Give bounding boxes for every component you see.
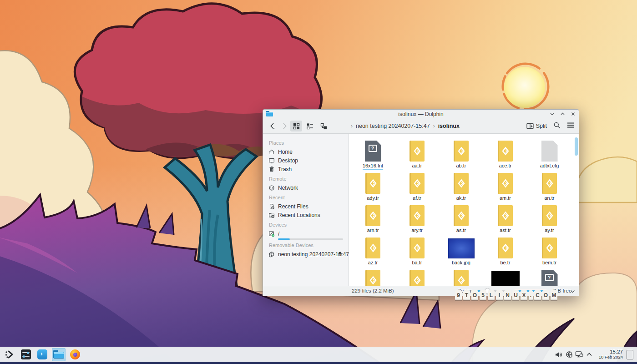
file-item-arn-tr[interactable]: arn.tr: [351, 202, 395, 234]
display-tray-button[interactable]: [574, 349, 584, 360]
file-item-ba-tr[interactable]: ba.tr: [395, 234, 439, 267]
forward-button[interactable]: [279, 121, 289, 131]
config-file-icon: [541, 141, 558, 162]
file-view[interactable]: ?16x16.fntaa.trab.trace.tradtxt.cfgady.t…: [349, 134, 579, 286]
font-file-icon: ?: [365, 141, 381, 162]
eject-icon[interactable]: [337, 251, 343, 258]
breadcrumb: › neon testing 20240207-15:47 › isolinux: [351, 118, 460, 133]
file-item[interactable]: [483, 267, 527, 286]
clock-widget[interactable]: 15:27 10 Feb 2024: [599, 349, 623, 359]
file-item-bem-tr[interactable]: bem.tr: [527, 234, 571, 267]
show-desktop-button[interactable]: [627, 350, 633, 359]
file-item[interactable]: [395, 267, 439, 286]
file-name: back.jpg: [452, 260, 470, 267]
text-file-icon: [410, 141, 425, 162]
file-name: adtxt.cfg: [540, 163, 559, 170]
watermark-letter: L: [488, 290, 495, 300]
file-item-az-tr[interactable]: az.tr: [351, 234, 395, 267]
search-icon: [553, 121, 561, 129]
file-item-ady-tr[interactable]: ady.tr: [351, 170, 395, 202]
discover-button[interactable]: [35, 348, 49, 361]
file-item-ak-tr[interactable]: ak.tr: [439, 170, 483, 202]
file-item-16x16-fnt[interactable]: ?16x16.fnt: [351, 137, 395, 170]
file-name: aa.tr: [412, 163, 422, 170]
file-item[interactable]: [439, 267, 483, 286]
maximize-button[interactable]: [559, 111, 566, 117]
file-item-ary-tr[interactable]: ary.tr: [395, 202, 439, 234]
file-item-am-tr[interactable]: am.tr: [483, 170, 527, 202]
scrollbar-thumb[interactable]: [575, 137, 578, 156]
close-button[interactable]: [570, 111, 576, 117]
panel-bottom-strip: [0, 362, 637, 364]
file-item-an-tr[interactable]: an.tr: [527, 170, 571, 202]
text-file-icon: [365, 205, 380, 226]
watermark-letter: X: [521, 290, 527, 300]
text-file-icon: [454, 205, 469, 226]
icons-view-button[interactable]: [290, 121, 302, 131]
sidebar-item-home[interactable]: Home: [268, 147, 349, 156]
globe-icon: [566, 351, 573, 358]
compact-view-button[interactable]: [318, 121, 329, 131]
titlebar[interactable]: isolinux — Dolphin: [263, 110, 579, 118]
sidebar-section-header: Remote: [269, 176, 349, 182]
volume-tray-button[interactable]: [554, 349, 564, 360]
file-item-ay-tr[interactable]: ay.tr: [527, 202, 571, 234]
back-button[interactable]: [268, 121, 278, 131]
file-item[interactable]: [351, 267, 395, 286]
network-icon: [268, 185, 275, 191]
breadcrumb-current[interactable]: isolinux: [438, 123, 460, 129]
hard-drive-icon: [268, 231, 275, 237]
file-name: am.tr: [500, 195, 511, 202]
file-item-adtxt-cfg[interactable]: adtxt.cfg: [527, 137, 571, 170]
details-view-button[interactable]: [304, 121, 316, 131]
file-item-aa-tr[interactable]: aa.tr: [395, 137, 439, 170]
dolphin-icon: [53, 350, 64, 359]
file-item-ast-tr[interactable]: ast.tr: [483, 202, 527, 234]
sidebar-item-desktop[interactable]: Desktop: [268, 156, 349, 165]
file-item-as-tr[interactable]: as.tr: [439, 202, 483, 234]
system-settings-button[interactable]: [19, 348, 33, 361]
text-file-icon: [410, 173, 425, 194]
disk-usage-indicator: [278, 238, 343, 240]
file-item-af-tr[interactable]: af.tr: [395, 170, 439, 202]
app-launcher-button[interactable]: [3, 348, 16, 361]
sidebar-item-neon-testing-20240207-15-47[interactable]: neon testing 20240207-15:47: [268, 250, 349, 258]
split-button[interactable]: Split: [526, 123, 547, 129]
dolphin-app-icon: [266, 111, 273, 116]
chevron-up-icon: [586, 352, 592, 357]
sidebar-item-recent-locations[interactable]: Recent Locations: [268, 211, 349, 219]
sidebar-item-network[interactable]: Network: [268, 183, 349, 192]
dolphin-window: isolinux — Dolphin: [263, 109, 579, 296]
sidebar-item-trash[interactable]: Trash: [268, 165, 349, 173]
watermark: 9TO5LINUX.COM: [455, 290, 557, 300]
sidebar-item-recent-files[interactable]: Recent Files: [268, 202, 349, 211]
firefox-icon: [70, 349, 80, 359]
image-thumbnail: [491, 271, 520, 286]
chevron-down-icon[interactable]: [570, 289, 575, 294]
discover-icon: [37, 349, 47, 359]
image-thumbnail: [448, 238, 475, 258]
file-item[interactable]: ?: [527, 267, 571, 286]
watermark-letter: 5: [480, 290, 486, 300]
file-name: 16x16.fnt: [363, 163, 383, 170]
recent-locations-icon: [268, 212, 275, 218]
search-button[interactable]: [553, 121, 561, 131]
file-item-ab-tr[interactable]: ab.tr: [439, 137, 483, 170]
network-tray-button[interactable]: [564, 349, 574, 360]
file-item-back-jpg[interactable]: back.jpg: [439, 234, 483, 267]
home-icon: [268, 149, 275, 155]
watermark-letter: C: [534, 290, 541, 300]
menu-button[interactable]: [567, 122, 574, 130]
minimize-button[interactable]: [549, 111, 555, 117]
breadcrumb-parent[interactable]: neon testing 20240207-15:47: [356, 123, 430, 129]
scrollbar[interactable]: [574, 135, 578, 285]
file-item-ace-tr[interactable]: ace.tr: [483, 137, 527, 170]
text-file-icon: [542, 238, 557, 258]
file-name: be.tr: [500, 260, 510, 267]
file-item-be-tr[interactable]: be.tr: [483, 234, 527, 267]
expand-tray-button[interactable]: [584, 349, 594, 360]
sidebar-item-[interactable]: /: [268, 229, 349, 238]
firefox-button[interactable]: [68, 348, 82, 361]
dolphin-taskbar-button[interactable]: [52, 348, 66, 361]
file-name: ak.tr: [456, 195, 466, 202]
